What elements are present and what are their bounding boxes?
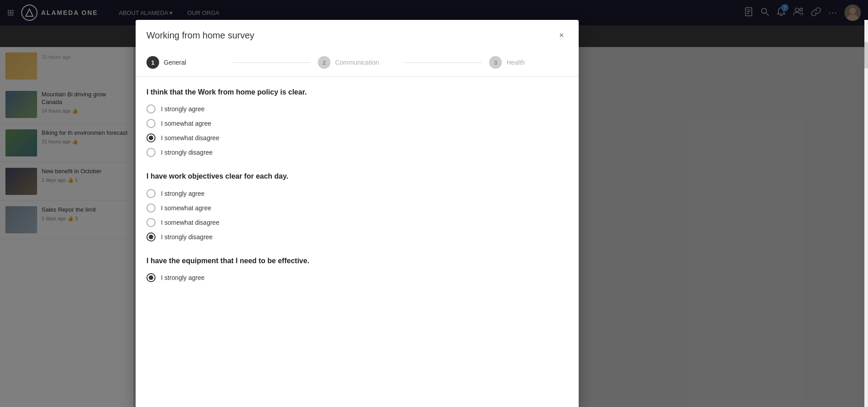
q1-radio-4[interactable]: [146, 148, 156, 157]
modal-header: Working from home survey ×: [136, 20, 579, 49]
q2-option-1[interactable]: I strongly agree: [146, 189, 568, 198]
q1-label-4: I strongly disagree: [161, 149, 212, 156]
q2-label-4: I strongly disagree: [161, 233, 212, 241]
q3-radio-1[interactable]: [146, 273, 156, 282]
q1-radio-2[interactable]: [146, 119, 156, 128]
question-2-text: I have work objectives clear for each da…: [146, 171, 568, 181]
q1-label-2: I somewhat agree: [161, 120, 211, 127]
step-2-label: Communication: [335, 59, 379, 66]
step-3-label: Health: [506, 59, 524, 66]
step-2-number: 2: [318, 56, 330, 69]
q2-option-2[interactable]: I somewhat agree: [146, 204, 568, 213]
step-2-communication[interactable]: 2 Communication: [318, 56, 396, 69]
step-3-health[interactable]: 3 Health: [489, 56, 568, 69]
step-3-number: 3: [489, 56, 502, 69]
q1-option-3[interactable]: I somewhat disagree: [146, 133, 568, 142]
q2-option-3[interactable]: I somewhat disagree: [146, 218, 568, 227]
q3-label-1: I strongly agree: [161, 274, 205, 281]
q2-label-1: I strongly agree: [161, 190, 205, 197]
q2-radio-2[interactable]: [146, 204, 156, 213]
question-2-block: I have work objectives clear for each da…: [146, 171, 568, 241]
question-3-block: I have the equipment that I need to be e…: [146, 256, 568, 282]
q3-option-1[interactable]: I strongly agree: [146, 273, 568, 282]
q1-label-1: I strongly agree: [161, 105, 205, 113]
modal-scrollbar[interactable]: [864, 20, 868, 407]
modal-body: I think that the Work from home policy i…: [136, 76, 579, 407]
q2-label-3: I somewhat disagree: [161, 219, 219, 226]
q1-radio-1[interactable]: [146, 104, 156, 114]
q1-radio-3[interactable]: [146, 133, 156, 142]
q1-label-3: I somewhat disagree: [161, 134, 219, 142]
q2-option-4[interactable]: I strongly disagree: [146, 232, 568, 241]
step-line-1: [232, 62, 311, 63]
q1-option-4[interactable]: I strongly disagree: [146, 148, 568, 157]
close-button[interactable]: ×: [555, 29, 568, 42]
step-line-2: [404, 62, 482, 63]
modal-title: Working from home survey: [146, 30, 255, 41]
question-1-text: I think that the Work from home policy i…: [146, 87, 568, 97]
steps-container: 1 General 2 Communication 3 Health: [136, 49, 579, 76]
question-3-text: I have the equipment that I need to be e…: [146, 256, 568, 266]
q1-option-2[interactable]: I somewhat agree: [146, 119, 568, 128]
step-1-number: 1: [146, 56, 159, 69]
step-1-general[interactable]: 1 General: [146, 56, 225, 69]
q2-radio-4[interactable]: [146, 232, 156, 241]
q1-option-1[interactable]: I strongly agree: [146, 104, 568, 114]
survey-modal: Working from home survey × 1 General 2 C…: [136, 20, 579, 407]
q2-label-2: I somewhat agree: [161, 204, 211, 212]
question-1-block: I think that the Work from home policy i…: [146, 87, 568, 157]
scrollbar-thumb[interactable]: [864, 42, 868, 69]
step-1-label: General: [164, 59, 186, 66]
q2-radio-3[interactable]: [146, 218, 156, 227]
q2-radio-1[interactable]: [146, 189, 156, 198]
